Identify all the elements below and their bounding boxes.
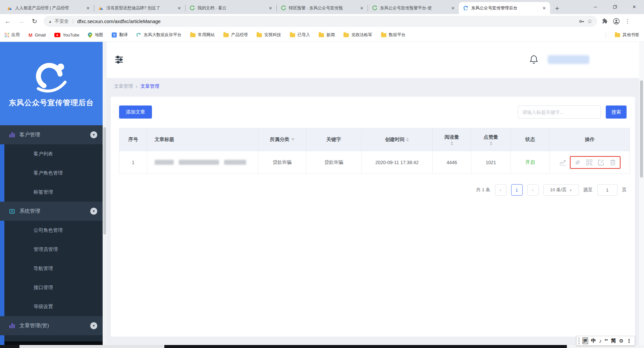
- chrome-menu-icon[interactable]: ⋮: [625, 18, 630, 25]
- article-manage-card: 添加文章 搜索 序号: [111, 97, 635, 337]
- sidebar-scrollbar[interactable]: [103, 42, 107, 345]
- add-article-button[interactable]: 添加文章: [119, 106, 152, 119]
- profile-avatar-icon[interactable]: [613, 18, 620, 25]
- qr-code-icon[interactable]: [586, 159, 593, 166]
- sidebar: 东风公众号宣传管理后台 客户管理 ▼ 客户列表 客户角色管理 标签管理 系统管理…: [0, 42, 103, 345]
- calendar-icon: [9, 209, 15, 214]
- bookmark-folder-shuju[interactable]: 数据平台: [381, 32, 406, 38]
- dongfeng-logo: [34, 60, 69, 94]
- other-bookmarks[interactable]: 其他书签: [615, 32, 639, 38]
- bookmark-folder-anxun[interactable]: 安巽科技: [257, 32, 281, 38]
- browser-tab-active[interactable]: 东风公众号宣传管理后台 ✕: [459, 2, 550, 14]
- sidebar-section-article[interactable]: 文章管理(管) ▼: [0, 316, 103, 335]
- extensions-puzzle-icon[interactable]: [602, 18, 608, 24]
- title-keyword-search-input[interactable]: [518, 106, 601, 119]
- url-text: dfxc.secxun.com/axdfxc/articleManage: [77, 19, 576, 24]
- bookmark-folder-xinwen[interactable]: 新闻: [319, 32, 335, 38]
- back-button[interactable]: ←: [2, 16, 13, 27]
- username-redacted[interactable]: [548, 55, 589, 64]
- tab-close-icon[interactable]: ✕: [177, 6, 182, 11]
- page-number-button[interactable]: 1: [511, 184, 523, 196]
- col-reads[interactable]: 阅读量: [433, 128, 471, 151]
- translate-icon: 文: [112, 32, 117, 38]
- tab-close-icon[interactable]: ✕: [450, 6, 455, 11]
- ime-simplified-mode[interactable]: 简: [611, 338, 616, 344]
- tab-close-icon[interactable]: ✕: [359, 6, 364, 11]
- sidebar-item-customer-list[interactable]: 客户列表: [4, 144, 103, 163]
- tab-bar: 人人都是产品经理 | 产品经理 ✕ 没有原型还想做品牌? 别逗了 ✕ 我的文档 …: [0, 0, 644, 14]
- bookmark-gmail[interactable]: M Gmail: [29, 32, 46, 38]
- copy-link-icon[interactable]: [574, 159, 581, 166]
- col-seq: 序号: [119, 128, 147, 151]
- sidebar-item-admin-manage[interactable]: 管理员管理: [4, 240, 103, 259]
- next-page-button[interactable]: ›: [527, 184, 539, 196]
- page-scrollbar[interactable]: [639, 42, 644, 345]
- col-article-title: 文章标题: [147, 128, 258, 151]
- ime-more-icon[interactable]: ⋮: [627, 338, 632, 344]
- filter-funnel-icon[interactable]: [291, 138, 294, 141]
- ime-chinese-mode[interactable]: 中: [591, 338, 596, 344]
- page-size-select[interactable]: 10 条/页 ∨: [543, 184, 579, 196]
- sidebar-item-api-manage[interactable]: 接口管理: [4, 278, 103, 297]
- address-bar[interactable]: ▲ 不安全 dfxc.secxun.com/axdfxc/articleMana…: [44, 16, 597, 27]
- delete-trash-icon[interactable]: [609, 159, 616, 166]
- browser-tab-1[interactable]: 人人都是产品经理 | 产品经理 ✕: [3, 2, 94, 14]
- maps-pin-icon: [88, 32, 92, 38]
- sidebar-item-tag-manage[interactable]: 标签管理: [4, 183, 103, 202]
- bookmark-translate[interactable]: 文 翻译: [112, 32, 127, 38]
- sidebar-item-company-role[interactable]: 公司角色管理: [4, 221, 103, 240]
- sidebar-section-system[interactable]: 系统管理 ▼: [0, 202, 103, 221]
- new-tab-button[interactable]: ＋: [552, 3, 562, 13]
- bookmark-folder-changyong[interactable]: 常用网站: [190, 32, 215, 38]
- table-header-row: 序号 文章标题 所属分类 关键字 创建时间 阅读量 点赞量 状态 操作: [119, 128, 630, 151]
- top-header: [107, 42, 639, 78]
- bookmark-dongfeng-platform[interactable]: 东风大数据反诈平台: [136, 32, 181, 38]
- reload-button[interactable]: ↻: [29, 16, 40, 27]
- ime-punctuation-mode[interactable]: °’: [604, 338, 608, 344]
- tab-close-icon[interactable]: ✕: [542, 6, 547, 11]
- bookmark-apps[interactable]: 应用: [5, 32, 20, 38]
- browser-tab-3[interactable]: 我的文档 · 看云 ✕: [185, 2, 276, 14]
- ime-drag-handle-icon[interactable]: [578, 338, 580, 344]
- edit-icon[interactable]: [598, 159, 604, 166]
- breadcrumb-root[interactable]: 文章管理: [114, 83, 133, 89]
- bookmark-star-icon[interactable]: ☆: [587, 18, 592, 25]
- folder-icon: [290, 33, 295, 37]
- restore-button[interactable]: [605, 0, 625, 13]
- sidebar-section-customer[interactable]: 客户管理 ▼: [0, 125, 103, 144]
- tab-close-icon[interactable]: ✕: [268, 6, 273, 11]
- prev-page-button[interactable]: ‹: [495, 184, 506, 196]
- col-likes[interactable]: 点赞量: [471, 128, 511, 151]
- bookmark-maps[interactable]: 地图: [88, 32, 103, 38]
- ime-pinyin-mode[interactable]: 拼: [583, 338, 588, 344]
- password-key-icon[interactable]: [579, 18, 585, 24]
- notification-bell-icon[interactable]: [529, 55, 538, 64]
- search-button[interactable]: 搜索: [606, 106, 627, 119]
- browser-tab-5[interactable]: 东风公众号宣传预警平台-使 ✕: [368, 2, 459, 14]
- bookmark-folder-yidaoru[interactable]: 已导入: [290, 32, 310, 38]
- browser-tab-4[interactable]: 辖区预警 · 东风公众号宣传预 ✕: [276, 2, 368, 14]
- bookmark-youtube[interactable]: YouTube: [54, 33, 79, 38]
- col-category[interactable]: 所属分类: [258, 128, 306, 151]
- browser-tab-2[interactable]: 没有原型还想做品牌? 别逗了 ✕: [94, 2, 185, 14]
- bookmark-label: 新闻: [326, 32, 335, 38]
- pagination: 共 1 条 ‹ 1 › 10 条/页 ∨ 跳至 页: [119, 184, 627, 196]
- tab-close-icon[interactable]: ✕: [86, 6, 91, 11]
- cell-actions: [550, 151, 630, 174]
- browser-window: 人人都是产品经理 | 产品经理 ✕ 没有原型还想做品牌? 别逗了 ✕ 我的文档 …: [0, 0, 644, 348]
- sidebar-item-nav-manage[interactable]: 导航管理: [4, 259, 103, 278]
- close-window-button[interactable]: ✕: [625, 0, 644, 13]
- ime-status-bar[interactable]: 拼 中 ♪ °’ 简 ⚙ ⋮: [576, 336, 635, 346]
- ime-settings-gear-icon[interactable]: ⚙: [619, 338, 624, 344]
- sidebar-item-level-setting[interactable]: 等级设置: [4, 297, 103, 316]
- jump-page-input[interactable]: [597, 184, 618, 196]
- col-created[interactable]: 创建时间: [362, 128, 433, 151]
- forward-button[interactable]: →: [15, 16, 27, 27]
- sidebar-item-customer-role[interactable]: 客户角色管理: [4, 163, 103, 183]
- bookmark-folder-chanpin[interactable]: 产品经理: [223, 32, 248, 38]
- minimize-button[interactable]: ─: [586, 0, 605, 13]
- ime-sound-icon[interactable]: ♪: [599, 338, 602, 344]
- bookmark-folder-dangzheng[interactable]: 党政法检军: [343, 32, 372, 38]
- collapse-menu-icon[interactable]: [114, 55, 124, 65]
- stats-chart-icon[interactable]: [559, 159, 567, 166]
